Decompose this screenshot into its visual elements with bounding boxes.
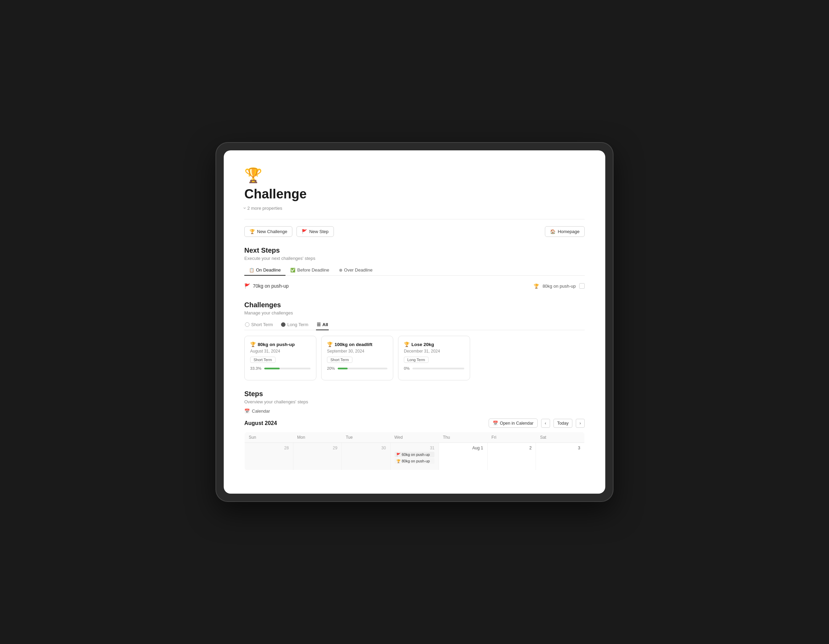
day-mon: Mon xyxy=(293,432,342,443)
calendar-header: August 2024 📅 Open in Calendar ‹ Today › xyxy=(244,418,585,428)
card2-progress-bar-fill xyxy=(338,368,348,369)
cal-cell-29[interactable]: 29 xyxy=(293,443,342,470)
card2-progress-bar-bg xyxy=(338,368,388,369)
card3-progress-label: 0% xyxy=(404,366,410,370)
day-thu: Thu xyxy=(439,432,488,443)
home-btn-icon: 🏠 xyxy=(550,229,556,234)
new-step-label: New Step xyxy=(309,229,328,234)
challenge-card-3[interactable]: 🏆 Lose 20kg December 31, 2024 Long Term … xyxy=(398,336,470,380)
homepage-button[interactable]: 🏠 Homepage xyxy=(545,226,585,237)
cal-cell-28[interactable]: 28 xyxy=(245,443,293,470)
challenges-subtitle: Manage your challenges xyxy=(244,310,585,316)
card1-badge: Short Term xyxy=(250,357,276,363)
calendar-controls: 📅 Open in Calendar ‹ Today › xyxy=(489,418,585,428)
tab-all[interactable]: ☰ All xyxy=(316,320,329,330)
card2-badge: Short Term xyxy=(327,357,352,363)
steps-subtitle: Overview your challenges' steps xyxy=(244,399,585,404)
cal-day-num-aug3: 3 xyxy=(540,445,580,450)
card3-badge: Long Term xyxy=(404,357,429,363)
long-term-icon xyxy=(281,322,285,327)
day-sat: Sat xyxy=(536,432,585,443)
over-deadline-label: Over Deadline xyxy=(344,267,373,273)
more-properties[interactable]: 2 more properties xyxy=(244,205,585,211)
cal-cell-aug3[interactable]: 3 xyxy=(536,443,585,470)
cal-event-80kg: 🏆 80kg on push-up xyxy=(395,458,435,464)
day-sun: Sun xyxy=(245,432,293,443)
card1-progress: 33.3% xyxy=(250,366,310,370)
day-wed: Wed xyxy=(390,432,439,443)
card3-progress-bar-bg xyxy=(413,368,464,369)
short-term-icon xyxy=(245,322,249,327)
cal-day-num-aug2: 2 xyxy=(492,445,532,450)
card2-title: 🏆 100kg on deadlift xyxy=(327,342,388,347)
challenge-card-1[interactable]: 🏆 80kg on push-up August 31, 2024 Short … xyxy=(244,336,316,380)
page-title: Challenge xyxy=(244,186,585,202)
tab-short-term[interactable]: Short Term xyxy=(244,320,273,330)
flag-event-icon: 🚩 xyxy=(396,453,400,456)
card2-progress: 20% xyxy=(327,366,388,370)
card3-title: 🏆 Lose 20kg xyxy=(404,342,464,347)
card1-trophy-icon: 🏆 xyxy=(250,342,256,347)
tab-over-deadline[interactable]: ⊗ Over Deadline xyxy=(334,265,377,276)
card3-progress: 0% xyxy=(404,366,464,370)
cal-open-icon: 📅 xyxy=(493,420,498,426)
challenges-title: Challenges xyxy=(244,301,585,309)
next-steps-item: 🚩 70kg on push-up 🏆 80kg on push-up xyxy=(244,281,585,292)
cal-cell-30[interactable]: 30 xyxy=(342,443,391,470)
calendar-week-1: 28 29 30 31 🚩 60kg on push-up xyxy=(245,443,585,470)
trophy-small-icon: 🏆 xyxy=(534,284,539,289)
before-deadline-icon: ✅ xyxy=(290,268,295,273)
trophy-icon: 🏆 xyxy=(244,167,585,184)
card3-trophy-icon: 🏆 xyxy=(404,342,410,347)
on-deadline-icon: 📋 xyxy=(249,268,254,273)
step-btn-icon: 🚩 xyxy=(302,229,307,234)
tab-long-term[interactable]: Long Term xyxy=(281,320,309,330)
calendar-label-btn[interactable]: 📅 Calendar xyxy=(244,409,585,414)
next-steps-tabs: 📋 On Deadline ✅ Before Deadline ⊗ Over D… xyxy=(244,265,585,276)
steps-section: Steps Overview your challenges' steps 📅 … xyxy=(244,390,585,470)
toolbar: 🏆 New Challenge 🚩 New Step 🏠 Homepage xyxy=(244,226,585,237)
on-deadline-label: On Deadline xyxy=(256,267,281,273)
calendar-icon: 📅 xyxy=(244,409,250,414)
calendar-days-header: Sun Mon Tue Wed Thu Fri Sat xyxy=(245,432,585,443)
tab-on-deadline[interactable]: 📋 On Deadline xyxy=(244,265,285,276)
calendar-today-button[interactable]: Today xyxy=(553,419,572,428)
calendar-next-button[interactable]: › xyxy=(576,419,585,428)
homepage-label: Homepage xyxy=(558,229,580,234)
cal-event-60kg-label: 60kg on push-up xyxy=(402,453,430,456)
card2-progress-label: 20% xyxy=(327,366,335,370)
challenge-card-2[interactable]: 🏆 100kg on deadlift September 30, 2024 S… xyxy=(321,336,393,380)
cal-day-num-28: 28 xyxy=(249,445,289,450)
cal-cell-aug2[interactable]: 2 xyxy=(487,443,536,470)
device-frame: 🏆 Challenge 2 more properties 🏆 New Chal… xyxy=(216,142,613,502)
screen: 🏆 Challenge 2 more properties 🏆 New Chal… xyxy=(224,150,605,494)
step-checkbox[interactable] xyxy=(579,283,585,289)
tab-before-deadline[interactable]: ✅ Before Deadline xyxy=(285,265,334,276)
steps-title: Steps xyxy=(244,390,585,398)
over-deadline-icon: ⊗ xyxy=(339,268,342,273)
steps-item-left: 🚩 70kg on push-up xyxy=(244,283,288,289)
calendar-prev-button[interactable]: ‹ xyxy=(541,419,550,428)
card1-progress-bar-bg xyxy=(264,368,310,369)
all-icon: ☰ xyxy=(317,322,321,327)
next-steps-subtitle: Execute your next challenges' steps xyxy=(244,256,585,261)
short-term-label: Short Term xyxy=(251,322,273,327)
day-tue: Tue xyxy=(342,432,391,443)
new-challenge-button[interactable]: 🏆 New Challenge xyxy=(244,226,292,237)
step-item-label: 70kg on push-up xyxy=(253,283,288,289)
cal-cell-31[interactable]: 31 🚩 60kg on push-up 🏆 80kg on push-up xyxy=(390,443,439,470)
before-deadline-label: Before Deadline xyxy=(297,267,329,273)
cal-day-num-29: 29 xyxy=(298,445,338,450)
steps-item-right: 🏆 80kg on push-up xyxy=(534,283,585,289)
header-divider xyxy=(244,219,585,219)
new-step-button[interactable]: 🚩 New Step xyxy=(296,226,334,237)
cal-cell-aug1[interactable]: Aug 1 xyxy=(439,443,488,470)
today-label: Today xyxy=(557,421,569,426)
trophy-event-icon: 🏆 xyxy=(396,459,400,463)
cal-day-num-31: 31 xyxy=(395,445,435,450)
card3-date: December 31, 2024 xyxy=(404,349,464,354)
step-right-label: 80kg on push-up xyxy=(542,284,576,289)
all-label: All xyxy=(323,322,328,327)
open-in-calendar-button[interactable]: 📅 Open in Calendar xyxy=(489,418,538,428)
flag-icon: 🚩 xyxy=(244,283,250,289)
